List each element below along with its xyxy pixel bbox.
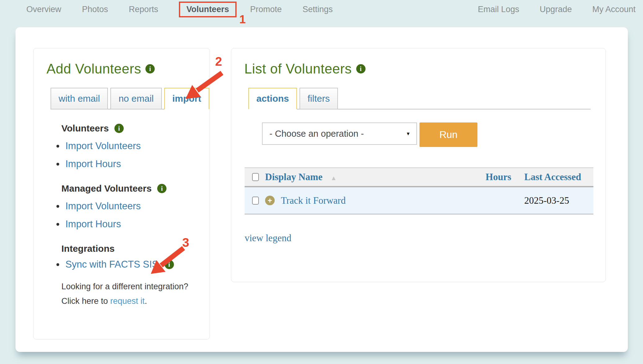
chevron-down-icon: ▾	[407, 130, 410, 137]
section-managed-volunteers-heading: Managed Volunteers	[61, 183, 200, 194]
app-screen: Overview Photos Reports Volunteers Promo…	[0, 0, 643, 364]
row-name-cell: + Track it Forward	[265, 195, 465, 206]
info-icon[interactable]	[356, 64, 366, 73]
section-volunteers-heading: Volunteers	[61, 123, 200, 134]
integration-note-suffix: .	[145, 296, 147, 306]
header-display-name[interactable]: Display Name ▲	[265, 171, 465, 183]
operation-select-value: - Choose an operation -	[269, 129, 364, 139]
import-hours-link[interactable]: Import Hours	[65, 158, 121, 170]
table-row: + Track it Forward 2025-03-25	[245, 187, 593, 215]
list-item: Import Volunteers	[56, 201, 200, 212]
select-all-checkbox[interactable]	[252, 173, 259, 181]
nav-item-my-account[interactable]: My Account	[592, 5, 636, 14]
request-it-link[interactable]: request it	[110, 296, 145, 306]
list-of-volunteers-panel: List of Volunteers actions filters - Cho…	[231, 48, 606, 282]
nav-item-upgrade[interactable]: Upgrade	[540, 5, 572, 14]
add-volunteers-tabs: with email no email import	[51, 88, 200, 109]
section-integrations-heading-text: Integrations	[61, 243, 115, 254]
main-card: Add Volunteers with email no email impor…	[16, 27, 628, 352]
list-item: Import Volunteers	[56, 140, 200, 152]
list-item: Import Hours	[56, 158, 200, 170]
nav-item-volunteers[interactable]: Volunteers	[179, 2, 237, 17]
header-hours[interactable]: Hours	[465, 171, 511, 183]
nav-item-photos[interactable]: Photos	[82, 5, 108, 14]
view-legend-link[interactable]: view legend	[245, 233, 291, 243]
tab-no-email[interactable]: no email	[110, 88, 162, 109]
list-item: Sync with FACTS SIS	[56, 259, 200, 270]
nav-item-email-logs[interactable]: Email Logs	[478, 5, 519, 14]
section-integrations-heading: Integrations	[61, 243, 200, 254]
list-item: Import Hours	[56, 219, 200, 230]
header-checkbox-cell	[245, 173, 265, 181]
info-icon[interactable]	[165, 260, 174, 269]
bullet-dot	[56, 145, 59, 148]
tab-with-email[interactable]: with email	[51, 88, 108, 109]
run-button[interactable]: Run	[419, 122, 477, 147]
list-tabs: actions filters	[248, 88, 591, 109]
section-volunteers-links: Import Volunteers Import Hours	[56, 140, 200, 170]
section-managed-volunteers-heading-text: Managed Volunteers	[61, 183, 152, 194]
table-header-row: Display Name ▲ Hours Last Accessed	[245, 167, 593, 187]
nav-item-promote[interactable]: Promote	[250, 5, 282, 14]
add-volunteers-panel: Add Volunteers with email no email impor…	[33, 48, 210, 340]
header-display-name-text: Display Name	[265, 171, 322, 183]
section-integrations-links: Sync with FACTS SIS	[56, 259, 200, 270]
annotation-step-2: 2	[215, 55, 222, 69]
bullet-dot	[56, 163, 59, 166]
volunteers-table: Display Name ▲ Hours Last Accessed + Tra…	[245, 167, 593, 215]
annotation-step-3: 3	[182, 236, 189, 250]
sync-facts-sis-link[interactable]: Sync with FACTS SIS	[65, 259, 158, 270]
expand-plus-icon[interactable]: +	[265, 196, 275, 205]
add-volunteers-title-text: Add Volunteers	[47, 61, 141, 77]
operation-select[interactable]: - Choose an operation - ▾	[262, 122, 417, 145]
tab-import[interactable]: import	[164, 88, 209, 109]
row-checkbox-cell	[245, 197, 265, 205]
list-of-volunteers-title: List of Volunteers	[244, 61, 591, 77]
top-nav: Overview Photos Reports Volunteers Promo…	[0, 0, 643, 19]
row-last-accessed-cell: 2025-03-25	[524, 195, 593, 206]
tab-filters[interactable]: filters	[299, 88, 338, 109]
bullet-dot	[56, 223, 59, 226]
info-icon[interactable]	[157, 184, 166, 193]
header-last-accessed[interactable]: Last Accessed	[524, 171, 593, 183]
integration-note-line2: Click here to request it.	[61, 294, 200, 309]
nav-item-overview[interactable]: Overview	[26, 5, 61, 14]
bullet-dot	[56, 263, 59, 266]
bullet-dot	[56, 205, 59, 208]
section-volunteers-heading-text: Volunteers	[61, 123, 109, 134]
sort-asc-icon: ▲	[330, 175, 337, 182]
integration-note-line1: Looking for a different integration?	[61, 279, 200, 294]
nav-item-reports[interactable]: Reports	[129, 5, 158, 14]
row-checkbox[interactable]	[252, 197, 259, 205]
volunteer-name-link[interactable]: Track it Forward	[281, 195, 346, 206]
add-volunteers-title: Add Volunteers	[47, 61, 200, 77]
import-volunteers-link[interactable]: Import Volunteers	[65, 140, 141, 152]
integration-note: Looking for a different integration? Cli…	[61, 279, 200, 309]
info-icon[interactable]	[114, 124, 124, 133]
list-of-volunteers-title-text: List of Volunteers	[244, 61, 352, 77]
info-icon[interactable]	[145, 64, 155, 73]
section-managed-volunteers-links: Import Volunteers Import Hours	[56, 201, 200, 230]
tab-actions[interactable]: actions	[248, 88, 297, 109]
operations-row: - Choose an operation - ▾ Run	[262, 122, 591, 147]
view-legend-row: view legend	[245, 233, 591, 244]
nav-item-settings[interactable]: Settings	[303, 5, 333, 14]
managed-import-hours-link[interactable]: Import Hours	[65, 219, 121, 230]
integration-note-prefix: Click here to	[61, 296, 110, 306]
managed-import-volunteers-link[interactable]: Import Volunteers	[65, 201, 141, 212]
annotation-step-1: 1	[239, 13, 246, 26]
nav-right-group: Email Logs Upgrade My Account	[457, 5, 636, 14]
